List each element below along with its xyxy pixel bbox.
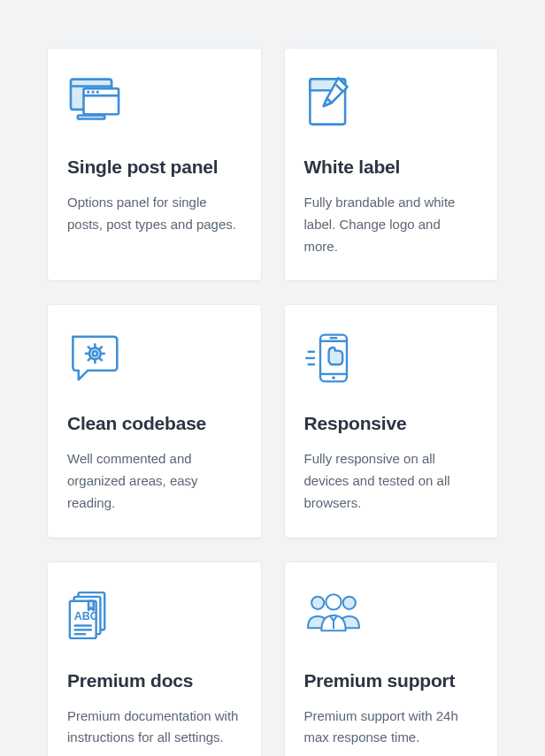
svg-point-24 <box>332 377 335 380</box>
feature-card-white-label: White label Fully brandable and white la… <box>285 49 498 280</box>
svg-point-36 <box>311 596 324 608</box>
chat-gear-icon <box>67 330 242 388</box>
feature-card-single-post-panel: Single post panel Options panel for sing… <box>48 49 261 280</box>
feature-title: Premium support <box>304 670 479 691</box>
monitor-icon <box>67 73 242 132</box>
svg-point-6 <box>87 90 89 93</box>
feature-desc: Options panel for single posts, post typ… <box>67 192 242 236</box>
docs-icon: ABC <box>67 587 242 645</box>
feature-title: Single post panel <box>67 157 242 178</box>
feature-card-premium-docs: ABC Premium docs Premium documentation w… <box>48 562 261 757</box>
pencil-paper-icon <box>304 73 479 132</box>
feature-desc: Premium documentation with instructions … <box>67 706 242 750</box>
svg-point-37 <box>342 596 355 608</box>
feature-card-premium-support: Premium support Premium support with 24h… <box>285 562 498 757</box>
mobile-thumb-icon <box>304 330 479 388</box>
feature-title: Responsive <box>304 413 479 434</box>
feature-title: White label <box>304 157 479 178</box>
feature-title: Premium docs <box>67 670 242 691</box>
feature-card-responsive: Responsive Fully responsive on all devic… <box>285 305 498 537</box>
feature-card-clean-codebase: Clean codebase Well commented and organi… <box>48 305 261 537</box>
svg-point-38 <box>326 594 341 609</box>
svg-point-8 <box>96 90 99 93</box>
feature-title: Clean codebase <box>67 413 242 434</box>
svg-point-7 <box>91 90 94 93</box>
feature-grid: Single post panel Options panel for sing… <box>48 49 497 756</box>
feature-desc: Fully brandable and white label. Change … <box>304 192 479 257</box>
team-icon <box>304 587 479 645</box>
svg-rect-3 <box>78 116 104 119</box>
svg-text:ABC: ABC <box>74 609 98 622</box>
feature-desc: Fully responsive on all devices and test… <box>304 448 479 514</box>
feature-desc: Premium support with 24h max response ti… <box>304 706 479 750</box>
svg-point-20 <box>93 352 97 356</box>
feature-desc: Well commented and organized areas, easy… <box>67 448 242 514</box>
